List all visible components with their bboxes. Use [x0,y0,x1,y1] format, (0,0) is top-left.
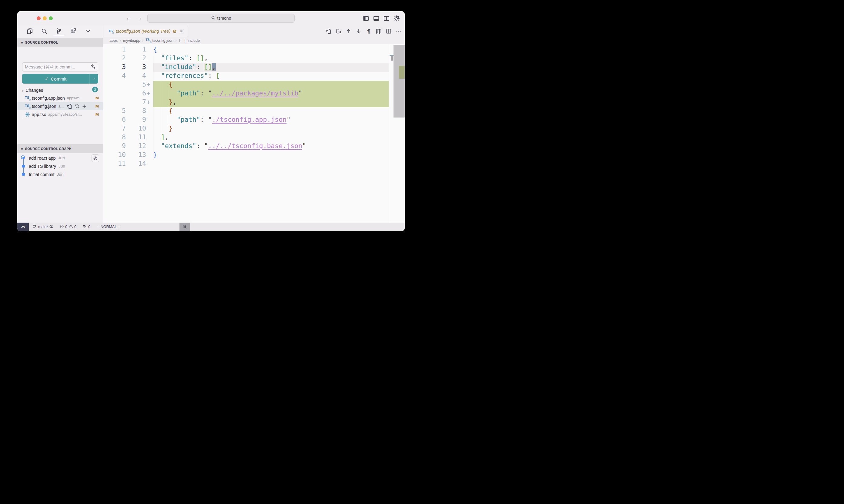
arrow-up-button[interactable] [346,28,352,34]
breadcrumb-separator: › [142,39,144,42]
modified-line-number: 14 [126,159,146,168]
changes-section-header[interactable]: ∨ Changes 3 [17,87,103,94]
code-line-content: "path": "../../packages/mytslib" [153,89,302,97]
file-path: a... [58,104,64,108]
code-line[interactable]: 7+ }, [103,97,405,106]
go-to-file-icon[interactable] [67,104,72,109]
split-editor-icon [386,29,391,34]
breadcrumb-label: myviteapp [123,38,140,43]
layout-panel-button[interactable] [373,15,379,21]
sparkle-icon[interactable] [90,64,96,70]
code-line[interactable]: 912 "extends": "../../tsconfig.base.json… [103,141,405,150]
ports-status-item[interactable]: 0 [83,224,90,230]
inline-view-button[interactable] [335,28,342,34]
search-value: tsmono [217,16,231,21]
minimap-added-lines-marker [399,66,405,79]
command-center-search[interactable]: tsmono [147,14,295,23]
code-line[interactable]: 811 ], [103,133,405,141]
settings-button[interactable] [394,15,400,21]
vim-mode-indicator[interactable]: -- NORMAL -- [97,225,120,229]
changed-file-row[interactable]: TS⚙tsconfig.jsona...M [17,102,103,110]
activity-source-control[interactable] [55,26,63,37]
discard-icon[interactable] [74,104,80,109]
split-editor-button[interactable] [385,28,392,34]
breadcrumb-item-apps[interactable]: apps [109,38,118,43]
changed-file-row[interactable]: TS⚙tsconfig.app.jsonapps/m...M [17,94,103,102]
file-actions [67,104,87,109]
code-line[interactable]: 58 { [103,106,405,115]
activity-extensions[interactable] [69,26,77,37]
pilcrow-button[interactable]: ¶ [366,28,372,34]
nav-back-icon[interactable]: ← [126,15,132,21]
map-button[interactable] [376,28,382,34]
react-file-icon [25,112,30,117]
breadcrumb-item-include[interactable]: [ ]include [179,38,200,43]
commit-list: add react appJuriadd TS libraryJuriIniti… [17,154,103,178]
check-icon: ✓ [45,76,49,82]
close-icon[interactable]: × [180,28,183,34]
broadcast-icon [83,224,87,230]
commit-message-placeholder: Message (⌘⏎ to comm... [25,65,90,69]
indent-guide [153,55,153,160]
code-line-content: "include": [], [153,62,216,71]
code-line[interactable]: 1013} [103,150,405,159]
cloud-upload-icon [49,224,54,230]
commit-message-input[interactable]: Message (⌘⏎ to comm... [22,62,98,71]
commit-row[interactable]: Initial commitJuri [17,170,103,178]
changed-file-row[interactable]: app.tsxapps/myviteapp/sr...M [17,110,103,119]
modified-line-number: 2 [126,54,146,62]
code-editor[interactable]: 11{22 "files": [],33 "include": [],44 "r… [103,44,405,222]
nav-forward-icon[interactable]: → [136,15,142,21]
commit-row[interactable]: add react appJuri [17,154,103,162]
code-line[interactable]: 33 "include": [], [103,62,405,71]
commit-dropdown-button[interactable] [89,74,98,84]
file-name: tsconfig.json [32,104,56,109]
commit-row[interactable]: add TS libraryJuri [17,162,103,170]
branch-status-item[interactable]: main* [33,224,54,230]
zoom-status-item[interactable] [179,222,190,231]
stage-icon[interactable] [82,104,87,109]
breadcrumb-item-tsconfig.json[interactable]: TS⚙tsconfig.json [145,38,173,43]
activity-files[interactable] [26,26,34,37]
remote-indicator[interactable]: >< [17,222,29,231]
code-line[interactable]: 6+ "path": "../../packages/mytslib" [103,89,405,97]
source-control-section-header[interactable]: ∨ SOURCE CONTROL [17,38,103,47]
traffic-light-minimize[interactable] [43,16,47,20]
changes-count-badge: 3 [92,87,98,92]
breadcrumb-label: include [188,38,200,43]
commit-button[interactable]: ✓ Commit [22,74,98,84]
activity-chevron-down[interactable] [84,26,92,37]
problems-status-item[interactable]: 0 0 [60,224,76,230]
traffic-light-zoom[interactable] [49,16,53,20]
code-line[interactable]: 44 "references": [ [103,71,405,80]
goto-current-commit-button[interactable] [91,155,99,162]
head-commit-dot [21,156,25,159]
breadcrumb-item-myviteapp[interactable]: myviteapp [123,38,140,43]
source-control-graph-section-header[interactable]: ∨ SOURCE CONTROL GRAPH [17,144,103,153]
traffic-light-close[interactable] [37,16,41,20]
code-line-content: { [153,106,173,115]
code-line[interactable]: 5+ { [103,80,405,89]
more-button[interactable]: ⋯ [396,28,402,34]
modified-line-number: 12 [126,141,146,150]
layout-sidebar-button[interactable] [363,15,369,21]
chevron-down-icon: ∨ [21,41,24,44]
go-to-file-button[interactable] [326,28,332,34]
branch-icon [33,224,37,230]
typescript-file-icon: TS⚙ [108,29,114,34]
commit-button-label: Commit [51,76,66,82]
diff-add-sign [146,150,153,159]
modified-line-number: 10 [126,124,146,133]
settings-icon [394,15,400,21]
modified-badge: M [96,112,99,116]
tab-tsconfig-json-working-tree[interactable]: TS⚙ tsconfig.json (Working Tree) M × [104,25,187,37]
code-line[interactable]: 22 "files": [], [103,54,405,62]
activity-search[interactable] [40,26,48,37]
code-line[interactable]: 69 "path": "./tsconfig.app.json" [103,115,405,124]
layout-split-button[interactable] [383,15,390,21]
arrow-down-button[interactable] [356,28,362,34]
code-line[interactable]: 11{ [103,45,405,54]
code-line[interactable]: 710 } [103,124,405,133]
error-count: 0 [65,225,67,229]
code-line[interactable]: 1114 [103,159,405,168]
